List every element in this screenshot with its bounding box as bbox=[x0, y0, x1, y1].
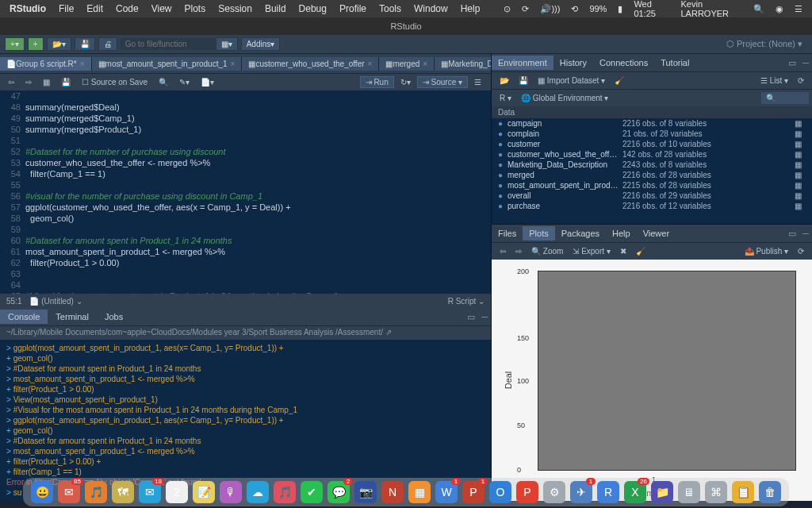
dock-app[interactable]: 🎙 bbox=[220, 481, 242, 503]
save-all-button[interactable]: 💾 bbox=[75, 37, 95, 51]
goto-file-input[interactable] bbox=[121, 38, 216, 50]
load-workspace-button[interactable]: 📂 bbox=[495, 75, 514, 86]
env-search-input[interactable] bbox=[761, 92, 809, 104]
save-button[interactable]: 💾 bbox=[56, 77, 75, 87]
env-row[interactable]: ●most_amount_spent_in_prod…2215 obs. of … bbox=[492, 180, 812, 190]
dock-app[interactable]: 📝 bbox=[193, 481, 215, 503]
tab-tutorial[interactable]: Tutorial bbox=[654, 56, 695, 70]
code-editor[interactable]: 4748summary(merged$Deal)49summary(merged… bbox=[0, 90, 491, 294]
screenshare-icon[interactable]: ⊙ bbox=[504, 4, 511, 14]
console-output[interactable]: > ggplot(most_amount_spent_in_product_1,… bbox=[0, 340, 491, 501]
back-button[interactable]: ⇦ bbox=[3, 77, 19, 87]
export-button[interactable]: ⇲ Export ▾ bbox=[568, 246, 615, 256]
siri-icon[interactable]: ◉ bbox=[776, 4, 783, 14]
menu-window[interactable]: Window bbox=[414, 3, 448, 14]
env-row[interactable]: ●complain21 obs. of 28 variables▦ bbox=[492, 129, 812, 139]
rerun-button[interactable]: ↻▾ bbox=[396, 77, 416, 87]
dock-app[interactable]: ⚙ bbox=[543, 481, 565, 503]
menu-plots[interactable]: Plots bbox=[185, 3, 206, 14]
maximize-pane-button[interactable]: ▭ bbox=[464, 312, 478, 322]
dock-app[interactable]: R bbox=[597, 481, 619, 503]
menu-view[interactable]: View bbox=[151, 3, 172, 14]
refresh-env-button[interactable]: ⟳ bbox=[793, 75, 809, 86]
battery-icon[interactable]: ▮ bbox=[618, 4, 622, 14]
forward-button[interactable]: ⇨ bbox=[21, 77, 36, 87]
source-button[interactable]: ⇥ Source ▾ bbox=[417, 76, 468, 88]
menu-edit[interactable]: Edit bbox=[86, 3, 103, 14]
app-name[interactable]: RStudio bbox=[10, 3, 46, 14]
language-indicator[interactable]: R Script ⌄ bbox=[448, 297, 485, 306]
open-file-button[interactable]: 📂▾ bbox=[47, 37, 71, 51]
close-icon[interactable]: × bbox=[80, 60, 85, 68]
dock-app[interactable]: ✈1 bbox=[570, 481, 592, 503]
dock-app[interactable]: 💬2 bbox=[327, 481, 350, 503]
list-view-button[interactable]: ☰ List ▾ bbox=[756, 75, 793, 86]
tab-merged[interactable]: ▦ merged× bbox=[379, 57, 435, 71]
refresh-plot-button[interactable]: ⟳ bbox=[793, 246, 809, 256]
remove-plot-button[interactable]: ✖ bbox=[615, 246, 631, 256]
maximize-pane-button[interactable]: ▭ bbox=[785, 58, 799, 68]
close-icon[interactable]: × bbox=[368, 60, 373, 68]
spotlight-icon[interactable]: 🔍 bbox=[753, 4, 764, 14]
new-file-button[interactable]: +▾ bbox=[5, 37, 25, 51]
save-workspace-button[interactable]: 💾 bbox=[514, 75, 533, 86]
env-scope-selector[interactable]: 🌐 Global Environment ▾ bbox=[516, 93, 613, 103]
zoom-button[interactable]: 🔍 Zoom bbox=[527, 246, 568, 256]
menu-tools[interactable]: Tools bbox=[379, 3, 401, 14]
tab-terminal[interactable]: Terminal bbox=[48, 310, 97, 324]
dock-app[interactable]: 🎵 bbox=[274, 481, 296, 503]
workspace-panes-button[interactable]: ▦▾ bbox=[216, 37, 238, 51]
prev-plot-button[interactable]: ⇦ bbox=[495, 246, 511, 256]
clear-workspace-button[interactable]: 🧹 bbox=[610, 75, 629, 86]
show-button[interactable]: ▦ bbox=[38, 77, 55, 87]
dock-app[interactable]: 😀 bbox=[31, 481, 53, 503]
close-icon[interactable]: × bbox=[423, 60, 427, 68]
dock-app[interactable]: ✉85 bbox=[58, 481, 80, 503]
maximize-pane-button[interactable]: ▭ bbox=[785, 229, 799, 239]
publish-button[interactable]: 📤 Publish ▾ bbox=[740, 246, 793, 256]
env-lang-selector[interactable]: R ▾ bbox=[495, 93, 516, 103]
dock-app[interactable]: 📋 bbox=[732, 481, 754, 503]
tab-console[interactable]: Console bbox=[0, 310, 48, 324]
tab-viewer[interactable]: Viewer bbox=[637, 226, 676, 241]
dock-app[interactable]: W1 bbox=[435, 481, 458, 503]
menu-build[interactable]: Build bbox=[265, 3, 286, 14]
tab-help[interactable]: Help bbox=[606, 226, 637, 241]
menu-session[interactable]: Session bbox=[218, 3, 252, 14]
env-row[interactable]: ●Marketing_Data_Description2243 obs. of … bbox=[492, 160, 812, 170]
find-button[interactable]: 🔍 bbox=[154, 77, 173, 87]
dock-app[interactable]: ▦ bbox=[408, 481, 431, 503]
dock-app[interactable]: ✔ bbox=[301, 481, 323, 503]
collapse-pane-button[interactable]: ─ bbox=[799, 229, 812, 238]
env-row[interactable]: ●campaign2216 obs. of 8 variables▦ bbox=[492, 118, 812, 129]
compile-button[interactable]: ✎▾ bbox=[174, 77, 194, 87]
env-row[interactable]: ●purchase2216 obs. of 12 variables▦ bbox=[492, 201, 812, 211]
menu-profile[interactable]: Profile bbox=[339, 3, 366, 14]
run-button[interactable]: ⇥ Run bbox=[360, 76, 394, 88]
dock-app[interactable]: 2 bbox=[166, 481, 188, 503]
menu-help[interactable]: Help bbox=[461, 3, 481, 14]
dock-app[interactable]: O bbox=[489, 481, 511, 503]
dock-app[interactable]: ☁ bbox=[247, 481, 269, 503]
print-button[interactable]: 🖨 bbox=[98, 37, 117, 51]
refresh-icon[interactable]: ⟲ bbox=[571, 4, 578, 14]
menu-debug[interactable]: Debug bbox=[299, 3, 327, 14]
dock-app[interactable]: 🗑 bbox=[759, 481, 781, 503]
tab-most-amount[interactable]: ▦ most_amount_spent_in_product_1× bbox=[92, 57, 243, 71]
collapse-pane-button[interactable]: ─ bbox=[799, 58, 812, 67]
dock-app[interactable]: P1 bbox=[462, 481, 485, 503]
dock-app[interactable]: 📁 bbox=[651, 481, 673, 503]
tab-connections[interactable]: Connections bbox=[593, 56, 654, 70]
addins-button[interactable]: Addins ▾ bbox=[241, 37, 281, 51]
close-icon[interactable]: × bbox=[231, 60, 236, 68]
tab-files[interactable]: Files bbox=[492, 226, 523, 241]
clock[interactable]: Wed 01:25 bbox=[634, 0, 669, 18]
source-on-save-check[interactable]: ☐ Source on Save bbox=[77, 77, 152, 87]
dock-app[interactable]: ✉18 bbox=[139, 481, 161, 503]
collapse-pane-button[interactable]: ─ bbox=[478, 312, 491, 321]
report-button[interactable]: 📄▾ bbox=[196, 77, 219, 87]
notifications-icon[interactable]: ☰ bbox=[795, 4, 802, 14]
tab-marketing[interactable]: ▦ Marketing_Dat... ≫ bbox=[435, 57, 491, 71]
tab-plots[interactable]: Plots bbox=[523, 226, 554, 241]
file-indicator[interactable]: 📄 (Untitled) ⌄ bbox=[29, 297, 82, 306]
